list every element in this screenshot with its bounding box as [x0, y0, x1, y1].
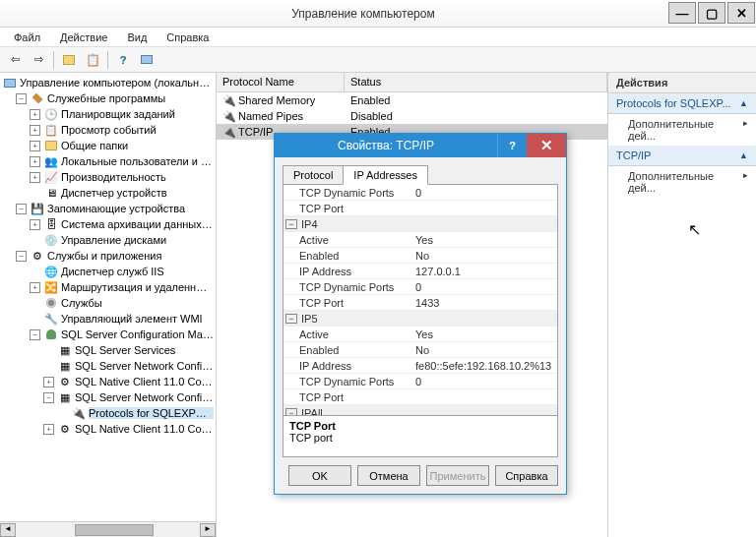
forward-button[interactable]: ⇨ [28, 50, 49, 70]
tree-item[interactable]: +📈Производительность [2, 169, 214, 185]
scroll-thumb[interactable] [75, 524, 154, 536]
scroll-right-icon[interactable]: ► [200, 523, 216, 537]
expand-icon[interactable]: + [30, 156, 40, 167]
tree-item-protocols[interactable]: 🔌Protocols for SQLEXPRESS [2, 405, 214, 421]
caret-right-icon: ▸ [743, 170, 748, 194]
menu-help[interactable]: Справка [158, 30, 217, 45]
prop-row[interactable]: IP Addressfe80::5efe:192.168.10.2%13 [284, 358, 557, 374]
col-protocol-name[interactable]: Protocol Name [217, 73, 345, 91]
tree-item[interactable]: −▦SQL Server Network Configuration [2, 389, 214, 405]
collapse-icon[interactable]: − [43, 392, 54, 403]
expand-icon[interactable]: + [30, 125, 40, 136]
up-button[interactable] [58, 50, 80, 70]
prop-row[interactable]: TCP Dynamic Ports0 [284, 374, 557, 389]
expand-icon[interactable]: + [30, 282, 40, 293]
tree-item[interactable]: −⚙Службы и приложения [2, 248, 214, 264]
actions-link-more-1[interactable]: Дополнительные дей...▸ [608, 114, 756, 146]
expand-icon[interactable]: + [30, 109, 40, 120]
h-scrollbar[interactable]: ◄ ► [0, 521, 216, 537]
prop-row[interactable]: TCP Port [284, 389, 557, 405]
tree-item[interactable]: +🕒Планировщик заданий [2, 106, 214, 122]
collapse-icon[interactable]: − [285, 219, 297, 229]
tab-protocol[interactable]: Protocol [283, 165, 344, 185]
tree-item[interactable]: +⚙SQL Native Client 11.0 Configuration (… [2, 374, 214, 389]
list-row[interactable]: 🔌Shared MemoryEnabled [217, 92, 607, 108]
caret-up-icon: ▲ [739, 150, 748, 160]
window-title: Управление компьютером [59, 7, 667, 21]
prop-row[interactable]: TCP Port [284, 201, 557, 216]
actions-header: Действия [608, 73, 756, 93]
collapse-icon[interactable]: − [30, 329, 40, 340]
property-help: TCP Port TCP port [284, 415, 557, 456]
tree-item[interactable]: +📋Просмотр событий [2, 122, 214, 138]
menu-action[interactable]: Действие [52, 30, 115, 45]
prop-row[interactable]: EnabledNo [284, 342, 557, 358]
apply-button[interactable]: Применить [426, 465, 489, 486]
tab-ip-addresses[interactable]: IP Addresses [343, 165, 428, 185]
tree-item[interactable]: 🌐Диспетчер служб IIS [2, 264, 214, 279]
tree-item[interactable]: +⚙SQL Native Client 11.0 Configuration [2, 421, 214, 437]
ok-button[interactable]: OK [288, 465, 351, 486]
prop-row[interactable]: ActiveYes [284, 327, 557, 342]
col-status[interactable]: Status [345, 73, 607, 91]
expand-icon[interactable]: + [30, 141, 40, 151]
minimize-button[interactable]: — [668, 2, 696, 24]
tree-item[interactable]: +👥Локальные пользователи и группы [2, 153, 214, 169]
tree-item[interactable]: +🔀Маршрутизация и удаленный доступ [2, 279, 214, 295]
cancel-button[interactable]: Отмена [357, 465, 420, 486]
tree-item[interactable]: 🔧Управляющий элемент WMI [2, 311, 214, 327]
collapse-icon[interactable]: − [285, 314, 297, 324]
dialog-help-button[interactable]: ? [497, 134, 527, 157]
tree-item[interactable]: ▦SQL Server Services [2, 342, 214, 358]
collapse-icon[interactable]: − [16, 251, 27, 262]
tree-item[interactable]: −Служебные программы [2, 90, 214, 106]
prop-group[interactable]: −IPAll [284, 405, 557, 415]
toolbar: ⇦ ⇨ 📋 ? [0, 47, 756, 73]
expand-icon[interactable]: + [43, 377, 54, 388]
prop-group[interactable]: −IP4 [284, 216, 557, 232]
prop-group[interactable]: −IP5 [284, 311, 557, 327]
properties-dialog: Свойства: TCP/IP ? ✕ Protocol IP Address… [274, 133, 567, 495]
refresh-button[interactable]: ? [112, 50, 134, 70]
prop-row[interactable]: TCP Port1433 [284, 295, 557, 311]
expand-icon[interactable]: + [30, 219, 40, 230]
prop-row[interactable]: TCP Dynamic Ports0 [284, 279, 557, 295]
prop-row[interactable]: EnabledNo [284, 248, 557, 264]
menu-file[interactable]: Файл [6, 30, 48, 45]
tree-item[interactable]: +Общие папки [2, 138, 214, 153]
tree-item[interactable]: −SQL Server Configuration Manager [2, 327, 214, 342]
maximize-button[interactable]: ▢ [698, 2, 725, 24]
dialog-close-button[interactable]: ✕ [527, 134, 566, 157]
collapse-icon[interactable]: − [285, 408, 297, 416]
list-row[interactable]: 🔌Named PipesDisabled [217, 108, 607, 124]
list-header: Protocol Name Status [217, 73, 607, 92]
tree-root[interactable]: Управление компьютером (локальным) [2, 75, 214, 90]
dialog-titlebar[interactable]: Свойства: TCP/IP ? ✕ [275, 134, 566, 157]
back-button[interactable]: ⇦ [4, 50, 26, 70]
tree-item[interactable]: ▦SQL Server Network Configuration (32b [2, 358, 214, 374]
expand-icon[interactable]: + [30, 172, 40, 183]
scroll-left-icon[interactable]: ◄ [0, 523, 16, 537]
tree-item[interactable]: +🗄Система архивации данных Windows Ser [2, 216, 214, 232]
tree-item[interactable]: 🖥Диспетчер устройств [2, 185, 214, 201]
properties-button[interactable]: 📋 [82, 50, 103, 70]
dialog-title: Свойства: TCP/IP [275, 139, 497, 152]
prop-row[interactable]: TCP Dynamic Ports0 [284, 185, 557, 201]
actions-link-more-2[interactable]: Дополнительные дей...▸ [608, 166, 756, 198]
expand-icon[interactable]: + [43, 424, 54, 435]
help-button[interactable] [136, 50, 158, 70]
tree-item[interactable]: −💾Запоминающие устройства [2, 201, 214, 216]
tree-item[interactable]: Службы [2, 295, 214, 311]
actions-section-tcpip[interactable]: TCP/IP▲ [608, 146, 756, 166]
prop-row[interactable]: IP Address127.0.0.1 [284, 264, 557, 279]
help-button[interactable]: Справка [495, 465, 558, 486]
actions-section-protocols[interactable]: Protocols for SQLEXP...▲ [608, 93, 756, 114]
close-button[interactable]: ✕ [727, 2, 755, 24]
collapse-icon[interactable]: − [16, 93, 27, 104]
property-grid[interactable]: TCP Dynamic Ports0TCP Port−IP4ActiveYesE… [284, 185, 557, 415]
menu-view[interactable]: Вид [119, 30, 155, 45]
collapse-icon[interactable]: − [16, 204, 27, 214]
tree-pane: Управление компьютером (локальным) −Служ… [0, 73, 217, 537]
tree-item[interactable]: 💿Управление дисками [2, 232, 214, 248]
prop-row[interactable]: ActiveYes [284, 232, 557, 248]
